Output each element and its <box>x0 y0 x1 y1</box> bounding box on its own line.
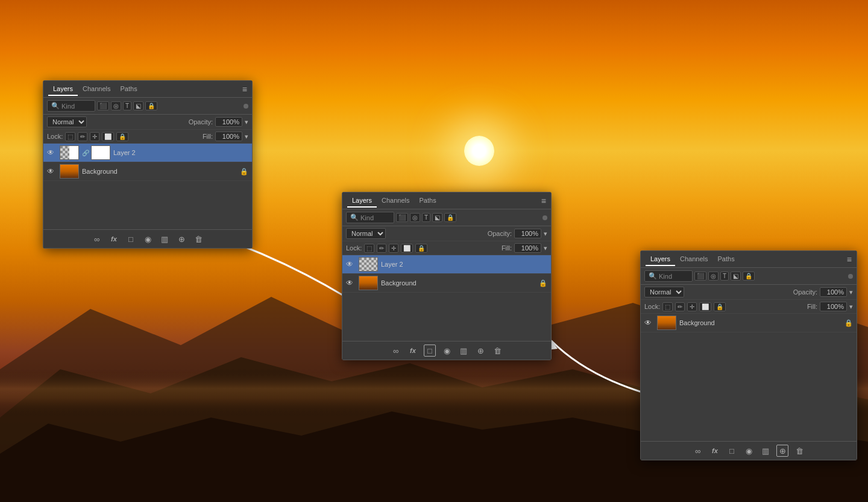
panel1-layer2-eye[interactable]: 👁 <box>47 148 57 157</box>
panel3-menu-icon[interactable]: ≡ <box>847 255 852 264</box>
panel3-tab-layers[interactable]: Layers <box>646 253 675 266</box>
panel2-lock-position[interactable]: ✛ <box>389 244 398 253</box>
panel1-delete-icon[interactable]: 🗑 <box>192 233 204 245</box>
panel1-tab-paths[interactable]: Paths <box>116 83 142 96</box>
panel1-link-icon[interactable]: ∞ <box>91 233 103 245</box>
panel1-layer-2[interactable]: 👁 🔗 Layer 2 <box>43 144 252 162</box>
panel2-filter-pixel[interactable]: ⬛ <box>396 213 408 222</box>
panel1-opacity-value[interactable]: 100% <box>215 117 242 127</box>
panel2-blend-select[interactable]: Normal <box>346 228 386 239</box>
panel3-lock-row: Lock: ⬚ ✏ ✛ ⬜ 🔒 Fill: 100% ▾ <box>641 300 857 314</box>
panel1-folder-icon[interactable]: ▥ <box>159 233 171 245</box>
panel3-fx-icon[interactable]: fx <box>709 445 721 457</box>
panel2-search[interactable]: 🔍 Kind <box>346 212 394 223</box>
panel2-link-icon[interactable]: ∞ <box>390 345 402 357</box>
panel3-tab-paths[interactable]: Paths <box>713 253 740 266</box>
panel3-link-icon[interactable]: ∞ <box>692 445 704 457</box>
panel2-tab-channels[interactable]: Channels <box>377 194 414 208</box>
panel2-mask-icon[interactable]: □ <box>424 345 436 357</box>
panel3-lock-all[interactable]: 🔒 <box>714 302 726 311</box>
panel2-background-name: Background <box>381 279 536 287</box>
panel2-filter-adjust[interactable]: ◎ <box>410 213 420 222</box>
panel3-fill-dropdown[interactable]: ▾ <box>849 303 853 311</box>
panel2-fill-value[interactable]: 100% <box>514 243 541 253</box>
panel2-filter-type[interactable]: T <box>422 213 430 222</box>
panel1-search[interactable]: 🔍 Kind <box>47 100 95 112</box>
panel1-adjustment-icon[interactable]: ◉ <box>142 233 154 245</box>
panel1-lock-position[interactable]: ✛ <box>90 132 99 141</box>
panel1-fx-icon[interactable]: fx <box>108 233 120 245</box>
panel2-folder-icon[interactable]: ▥ <box>458 345 470 357</box>
panel2-header: Layers Channels Paths ≡ <box>342 192 551 209</box>
panel1-menu-icon[interactable]: ≡ <box>242 84 247 94</box>
panel2-filter-toolbar: 🔍 Kind ⬛ ◎ T ⬕ 🔒 <box>342 209 551 226</box>
panel3-filter-adjust[interactable]: ◎ <box>708 272 719 281</box>
panel2-opacity-dropdown[interactable]: ▾ <box>544 230 547 238</box>
panel1-tab-channels[interactable]: Channels <box>78 83 115 96</box>
panel1-filter-smart[interactable]: 🔒 <box>145 101 157 110</box>
panel3-opacity-value[interactable]: 100% <box>820 287 847 297</box>
panel1-filter-adjust[interactable]: ◎ <box>111 101 121 110</box>
panel3-empty-area <box>641 332 857 441</box>
panel2-new-icon[interactable]: ⊕ <box>474 345 486 357</box>
panel2-menu-icon[interactable]: ≡ <box>541 196 546 206</box>
panel3-adjustment-icon[interactable]: ◉ <box>743 445 755 457</box>
panel3-filter-type[interactable]: T <box>720 272 729 281</box>
panel3-lock-transparent[interactable]: ⬚ <box>662 302 673 311</box>
panel2-layer2-eye[interactable]: 👁 <box>346 260 356 268</box>
panel1-background-eye[interactable]: 👁 <box>47 167 57 176</box>
panel1-lock-pixels[interactable]: ✏ <box>78 132 87 141</box>
panel2-layer-background[interactable]: 👁 Background 🔒 <box>342 274 551 293</box>
panel3-folder-icon[interactable]: ▥ <box>760 445 772 457</box>
panel2-tab-paths[interactable]: Paths <box>415 194 441 208</box>
panel3-filter-shape[interactable]: ⬕ <box>731 272 741 281</box>
panel1-layer-background[interactable]: 👁 Background 🔒 <box>43 162 252 181</box>
panel2-tab-layers[interactable]: Layers <box>347 194 377 208</box>
panel1-blend-select[interactable]: Normal <box>47 116 87 127</box>
panel2-lock-all[interactable]: 🔒 <box>415 244 427 253</box>
panel2-lock-artboard[interactable]: ⬜ <box>401 244 413 253</box>
panel2-fx-icon[interactable]: fx <box>407 345 419 357</box>
panel3-new-icon[interactable]: ⊕ <box>776 445 788 457</box>
panel3-filter-smart[interactable]: 🔒 <box>743 272 755 281</box>
panel3-filter-pixel[interactable]: ⬛ <box>694 272 706 281</box>
panel2-delete-icon[interactable]: 🗑 <box>491 345 503 357</box>
panel3-mask-icon[interactable]: □ <box>726 445 738 457</box>
panel1-lock-all[interactable]: 🔒 <box>116 132 128 141</box>
panel3-search[interactable]: 🔍 Kind <box>644 270 693 282</box>
panel3-background-name: Background <box>679 319 841 326</box>
panel2-layer-2[interactable]: 👁 Layer 2 <box>342 255 551 274</box>
panel1-lock-transparent[interactable]: ⬚ <box>65 132 75 141</box>
panel1-opacity-label: Opacity: <box>189 118 213 126</box>
panel3-opacity-dropdown[interactable]: ▾ <box>849 288 853 296</box>
panel1-tab-layers[interactable]: Layers <box>48 83 78 96</box>
panel3-blend-select[interactable]: Normal <box>644 287 684 297</box>
panel2-adjustment-icon[interactable]: ◉ <box>441 345 453 357</box>
panel2-filter-shape[interactable]: ⬕ <box>432 213 442 222</box>
panel2-background-eye[interactable]: 👁 <box>346 279 356 287</box>
panel1-opacity-dropdown[interactable]: ▾ <box>245 118 248 126</box>
panel1-fill-dropdown[interactable]: ▾ <box>245 133 248 141</box>
panel3-delete-icon[interactable]: 🗑 <box>793 445 805 457</box>
panel2-filter-smart[interactable]: 🔒 <box>444 213 456 222</box>
panel1-filter-shape[interactable]: ⬕ <box>133 101 143 110</box>
panel1-mask-icon[interactable]: □ <box>125 233 137 245</box>
panel3-background-eye[interactable]: 👁 <box>644 319 654 327</box>
panel1-background-thumb <box>60 164 79 179</box>
panel1-new-icon[interactable]: ⊕ <box>175 233 187 245</box>
panel3-layer-background[interactable]: 👁 Background 🔒 <box>641 314 857 332</box>
panel3-tab-channels[interactable]: Channels <box>675 253 712 266</box>
panel3-lock-artboard[interactable]: ⬜ <box>699 302 711 311</box>
panel3-lock-position[interactable]: ✛ <box>687 302 697 311</box>
panel3-fill-value[interactable]: 100% <box>820 302 847 311</box>
panel1-filter-type[interactable]: T <box>123 101 131 110</box>
panel1-filter-pixel[interactable]: ⬛ <box>97 101 109 110</box>
panel2-lock-transparent[interactable]: ⬚ <box>364 244 374 253</box>
panel2-fill-dropdown[interactable]: ▾ <box>544 244 547 252</box>
panel1-fill-value[interactable]: 100% <box>215 132 242 141</box>
panel2-lock-pixels[interactable]: ✏ <box>377 244 386 253</box>
panel3-lock-pixels[interactable]: ✏ <box>675 302 685 311</box>
panel1-lock-artboard[interactable]: ⬜ <box>102 132 114 141</box>
panel3-filter-dot <box>848 274 853 279</box>
panel2-opacity-value[interactable]: 100% <box>514 229 541 238</box>
